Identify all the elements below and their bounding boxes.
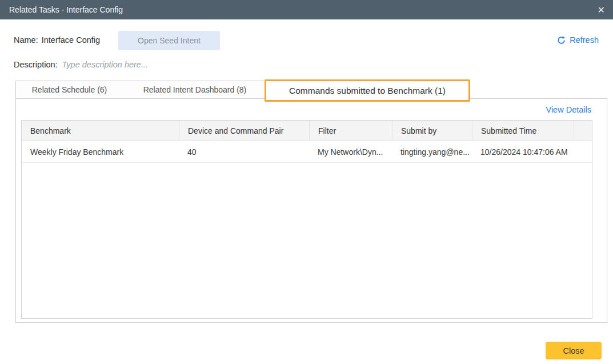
refresh-label: Refresh	[570, 35, 599, 45]
close-button[interactable]: Close	[546, 342, 602, 359]
column-header-device-command-pair: Device and Command Pair	[179, 121, 309, 141]
description-row: Description: Type description here...	[14, 60, 148, 69]
cell-device-command-pair: 40	[179, 141, 309, 162]
tab-commands-submitted-to-benchmark[interactable]: Commands submitted to Benchmark (1)	[265, 79, 470, 102]
dialog-titlebar: Related Tasks - Interface Config ✕	[0, 0, 613, 19]
table-header-row: Benchmark Device and Command Pair Filter…	[22, 121, 592, 141]
cell-spacer	[574, 141, 592, 162]
column-header-submitted-time: Submitted Time	[472, 121, 574, 141]
cell-benchmark: Weekly Friday Benchmark	[22, 141, 179, 162]
cell-submitted-time: 10/26/2024 10:47:06 AM	[472, 141, 574, 162]
open-seed-intent-button[interactable]: Open Seed Intent	[118, 31, 220, 50]
column-header-benchmark: Benchmark	[22, 121, 179, 141]
description-label: Description:	[14, 60, 58, 69]
dialog-title: Related Tasks - Interface Config	[9, 5, 123, 14]
name-value: Interface Config	[42, 35, 100, 45]
tab-related-intent-dashboard[interactable]: Related Intent Dashboard (8)	[123, 81, 267, 99]
view-details-link[interactable]: View Details	[546, 105, 591, 114]
description-input[interactable]: Type description here...	[62, 60, 148, 69]
benchmark-table: Benchmark Device and Command Pair Filter…	[21, 120, 592, 319]
tab-related-schedule[interactable]: Related Schedule (6)	[15, 81, 123, 99]
close-icon[interactable]: ✕	[598, 0, 605, 19]
related-tasks-dialog: Related Tasks - Interface Config ✕ Name:…	[0, 0, 613, 364]
column-header-submit-by: Submit by	[392, 121, 472, 141]
column-header-filter: Filter	[309, 121, 392, 141]
cell-filter: My Network\Dyn...	[309, 141, 392, 162]
column-header-spacer	[574, 121, 592, 141]
refresh-icon	[557, 36, 566, 45]
refresh-button[interactable]: Refresh	[557, 35, 599, 45]
table-row[interactable]: Weekly Friday Benchmark 40 My Network\Dy…	[22, 141, 592, 163]
name-row: Name:Interface Config	[14, 35, 100, 45]
name-label: Name:	[14, 35, 38, 45]
cell-submit-by: tingting.yang@ne...	[392, 141, 472, 162]
